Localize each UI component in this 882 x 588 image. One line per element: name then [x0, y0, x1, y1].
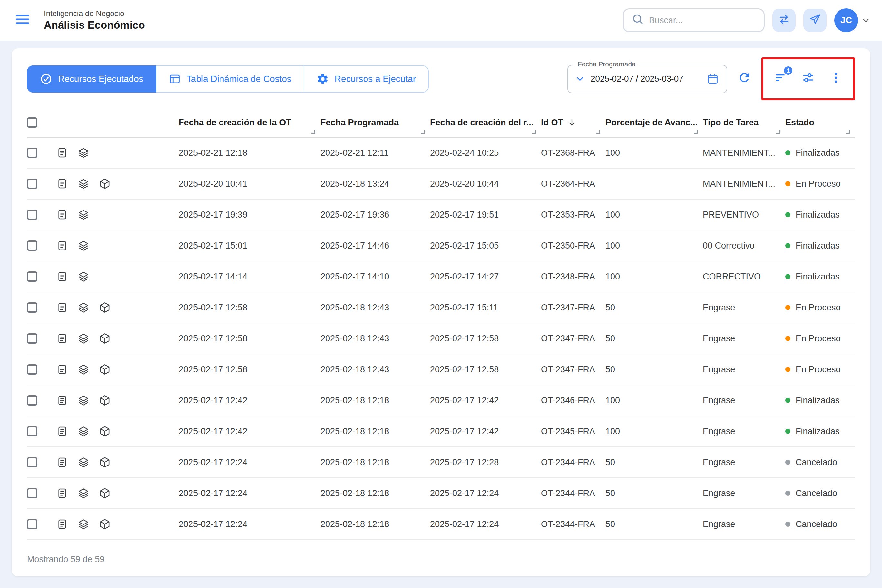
document-icon[interactable] — [56, 178, 68, 190]
cube-icon[interactable] — [99, 302, 111, 314]
layers-icon[interactable] — [77, 425, 90, 438]
document-icon[interactable] — [56, 332, 68, 345]
date-range-field[interactable]: Fecha Programada 2025-02-07 / 2025-03-07 — [567, 65, 727, 93]
column-header-fecha-creacion-recurso[interactable]: Fecha de creación del r... — [430, 108, 541, 137]
layers-icon[interactable] — [77, 394, 90, 406]
row-checkbox[interactable] — [27, 272, 38, 282]
sort-desc-arrow-icon[interactable] — [567, 118, 577, 128]
layers-icon[interactable] — [77, 363, 90, 375]
layers-icon[interactable] — [77, 487, 90, 500]
table-row[interactable]: 2025-02-17 19:39 2025-02-17 19:36 2025-0… — [27, 200, 855, 231]
menu-button[interactable] — [12, 8, 33, 33]
document-icon[interactable] — [56, 425, 68, 438]
column-header-tipo-tarea[interactable]: Tipo de Tarea — [703, 108, 785, 137]
column-header-estado[interactable]: Estado — [785, 108, 855, 137]
row-checkbox[interactable] — [27, 457, 38, 467]
cube-icon[interactable] — [99, 425, 111, 438]
row-checkbox[interactable] — [27, 488, 38, 498]
chevron-down-icon — [861, 16, 870, 25]
search-box[interactable] — [623, 8, 765, 32]
cube-icon[interactable] — [99, 456, 111, 468]
cell-fecha-creacion-ot: 2025-02-17 19:39 — [178, 210, 320, 220]
table-row[interactable]: 2025-02-20 10:41 2025-02-18 13:24 2025-0… — [27, 169, 855, 200]
cube-icon[interactable] — [99, 394, 111, 406]
table-row[interactable]: 2025-02-17 12:24 2025-02-18 12:18 2025-0… — [27, 478, 855, 509]
layers-icon[interactable] — [77, 178, 90, 190]
column-resize-handle[interactable] — [532, 130, 536, 134]
table-row[interactable]: 2025-02-17 14:14 2025-02-17 14:10 2025-0… — [27, 261, 855, 292]
table-row[interactable]: 2025-02-17 12:58 2025-02-18 12:43 2025-0… — [27, 354, 855, 385]
row-checkbox[interactable] — [27, 178, 38, 189]
layers-icon[interactable] — [77, 147, 90, 159]
cube-icon[interactable] — [99, 363, 111, 375]
layers-icon[interactable] — [77, 208, 90, 221]
tab-recursos-a-ejecutar[interactable]: Recursos a Ejecutar — [304, 66, 429, 93]
document-icon[interactable] — [56, 487, 68, 500]
cube-icon[interactable] — [99, 518, 111, 530]
layers-icon[interactable] — [77, 270, 90, 283]
column-header-id-ot[interactable]: Id OT — [541, 108, 605, 137]
document-icon[interactable] — [56, 456, 68, 468]
layers-icon[interactable] — [77, 332, 90, 345]
document-icon[interactable] — [56, 518, 68, 530]
table-row[interactable]: 2025-02-17 12:24 2025-02-18 12:18 2025-0… — [27, 447, 855, 478]
cube-icon[interactable] — [99, 487, 111, 500]
document-icon[interactable] — [56, 363, 68, 375]
column-resize-handle[interactable] — [421, 130, 425, 134]
date-dropdown-chevron-icon[interactable] — [576, 75, 584, 83]
cell-estado: Finalizadas — [785, 148, 855, 158]
document-icon[interactable] — [56, 270, 68, 283]
more-options-button[interactable] — [829, 71, 843, 87]
row-checkbox[interactable] — [27, 333, 38, 344]
row-checkbox[interactable] — [27, 210, 38, 220]
layers-icon[interactable] — [77, 240, 90, 252]
row-checkbox[interactable] — [27, 302, 38, 313]
column-header-fecha-programada[interactable]: Fecha Programada — [320, 108, 430, 137]
compare-arrows-button[interactable] — [772, 9, 796, 32]
column-header-porcentaje-avance[interactable]: Porcentaje de Avanc... — [605, 108, 703, 137]
column-header-fecha-creacion-ot[interactable]: Fecha de creación de la OT — [178, 108, 320, 137]
document-icon[interactable] — [56, 394, 68, 406]
cell-fecha-programada: 2025-02-18 12:18 — [320, 458, 430, 467]
layers-icon[interactable] — [77, 302, 90, 314]
row-checkbox[interactable] — [27, 240, 38, 251]
layers-icon[interactable] — [77, 518, 90, 530]
column-resize-handle[interactable] — [694, 130, 698, 134]
calendar-icon[interactable] — [706, 73, 719, 85]
cube-icon[interactable] — [99, 178, 111, 190]
row-checkbox[interactable] — [27, 519, 38, 530]
column-resize-handle[interactable] — [311, 130, 315, 134]
row-checkbox[interactable] — [27, 364, 38, 375]
column-settings-button[interactable] — [801, 71, 815, 87]
row-checkbox[interactable] — [27, 148, 38, 158]
user-menu[interactable]: JC — [834, 8, 870, 32]
column-resize-handle[interactable] — [776, 130, 780, 134]
column-resize-handle[interactable] — [596, 130, 600, 134]
document-icon[interactable] — [56, 240, 68, 252]
tab-recursos-ejecutados[interactable]: Recursos Ejecutados — [27, 66, 156, 93]
document-icon[interactable] — [56, 302, 68, 314]
search-input[interactable] — [649, 15, 756, 26]
filter-button[interactable]: 1 — [774, 71, 787, 87]
select-all-checkbox[interactable] — [27, 117, 38, 128]
tab-tabla-dinamica-costos[interactable]: Tabla Dinámica de Costos — [156, 66, 304, 93]
table-row[interactable]: 2025-02-17 12:58 2025-02-18 12:43 2025-0… — [27, 323, 855, 354]
table-row[interactable]: 2025-02-17 15:01 2025-02-17 14:46 2025-0… — [27, 231, 855, 261]
table-row[interactable]: 2025-02-17 12:24 2025-02-18 12:18 2025-0… — [27, 509, 855, 540]
cell-fecha-programada: 2025-02-18 12:18 — [320, 426, 430, 436]
column-resize-handle[interactable] — [846, 130, 850, 134]
cube-icon[interactable] — [99, 332, 111, 345]
cell-tipo-tarea: CORRECTIVO — [703, 272, 785, 282]
avatar[interactable]: JC — [834, 8, 858, 32]
table-row[interactable]: 2025-02-21 12:18 2025-02-21 12:11 2025-0… — [27, 138, 855, 169]
table-row[interactable]: 2025-02-17 12:42 2025-02-18 12:18 2025-0… — [27, 416, 855, 447]
refresh-button[interactable] — [735, 68, 754, 89]
layers-icon[interactable] — [77, 456, 90, 468]
table-row[interactable]: 2025-02-17 12:42 2025-02-18 12:18 2025-0… — [27, 385, 855, 416]
send-button[interactable] — [803, 9, 826, 32]
table-row[interactable]: 2025-02-17 12:58 2025-02-18 12:43 2025-0… — [27, 292, 855, 323]
document-icon[interactable] — [56, 208, 68, 221]
document-icon[interactable] — [56, 147, 68, 159]
row-checkbox[interactable] — [27, 426, 38, 436]
row-checkbox[interactable] — [27, 395, 38, 405]
